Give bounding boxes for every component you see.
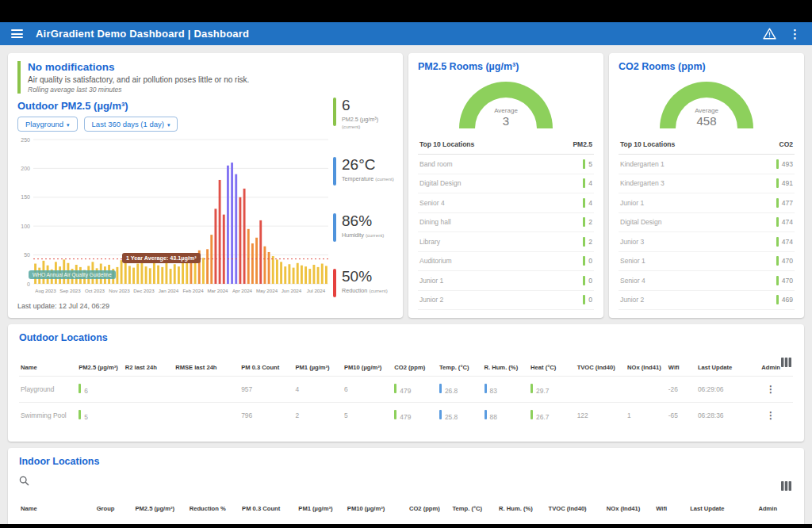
svg-text:Sep 2023: Sep 2023 [59, 288, 81, 293]
list-item: Senior 44 [418, 193, 594, 213]
svg-text:May 2024: May 2024 [256, 288, 278, 293]
svg-text:Jun 2024: Jun 2024 [282, 288, 302, 293]
list-item: Junior 10 [418, 271, 594, 291]
co2-rooms-table-header: Top 10 LocationsCO2 [619, 135, 795, 155]
list-item: Band room5 [418, 155, 594, 174]
list-item: Kindergarten 3491 [619, 174, 795, 194]
range-filter-dropdown[interactable]: Last 360 days (1 day)▾ [84, 117, 178, 132]
metric-bar [333, 98, 336, 126]
svg-text:100: 100 [21, 224, 30, 229]
co2-average-gauge: Average 458 [660, 82, 753, 128]
main-content: No modifications Air quality is satisfac… [0, 45, 812, 524]
svg-text:Jul 2024: Jul 2024 [307, 288, 326, 293]
pm25-rooms-title: PM2.5 Rooms (µg/m³) [418, 61, 594, 72]
outdoor-pm25-card: No modifications Air quality is satisfac… [8, 53, 403, 318]
aqi-status-note: Rolling average last 30 minutes [28, 86, 393, 94]
indoor-locations-card: Indoor Locations Name Gro [8, 448, 804, 524]
list-item: Senior 1470 [619, 252, 795, 272]
outdoor-locations-table: Name PM2.5 (µg/m³) R2 last 24h RMSE last… [19, 359, 793, 428]
list-item: Junior 1477 [619, 193, 795, 213]
table-row: Playground 6 957 4 6 479 26.8 83 29.7 -2 [19, 377, 793, 403]
table-header-row: Name Group PM2.5 (µg/m³) Reduction % PM … [19, 500, 793, 517]
svg-text:0: 0 [27, 281, 30, 287]
metric-bar [333, 269, 336, 297]
svg-text:150: 150 [21, 194, 30, 200]
svg-text:200: 200 [21, 166, 30, 171]
warning-icon[interactable] [763, 28, 776, 40]
row-menu-icon[interactable]: ⋮ [766, 384, 776, 395]
last-update-text: Last update: 12 Jul 24, 06:29 [17, 302, 393, 310]
aqi-status-title: No modifications [28, 61, 393, 73]
svg-text:Apr 2024: Apr 2024 [232, 288, 253, 293]
svg-text:250: 250 [21, 137, 30, 143]
columns-icon[interactable] [781, 481, 791, 491]
svg-text:Oct 2023: Oct 2023 [85, 288, 105, 293]
location-filter-dropdown[interactable]: Playground▾ [17, 117, 78, 132]
list-item: Dining hall2 [418, 213, 594, 233]
svg-text:Mar 2024: Mar 2024 [207, 288, 228, 293]
chevron-down-icon: ▾ [167, 122, 170, 128]
svg-text:Dec 2023: Dec 2023 [133, 288, 155, 293]
who-guideline-badge: WHO Annual Air Quality Guideline [29, 270, 116, 279]
svg-text:Nov 2023: Nov 2023 [109, 288, 130, 293]
list-item: Library2 [418, 232, 594, 252]
columns-icon[interactable] [781, 358, 791, 367]
kebab-menu-icon[interactable]: ⋮ [789, 28, 801, 40]
svg-text:Aug 2023: Aug 2023 [35, 288, 56, 293]
outdoor-locations-title: Outdoor Locations [19, 332, 793, 343]
metric-reduction: 50% Reduction (current) [333, 269, 395, 297]
pm25-average-gauge: Average 3 [459, 82, 553, 128]
co2-rooms-title: CO2 Rooms (ppm) [619, 61, 795, 72]
app-bar: AirGradient Demo Dashboard | Dashboard ⋮ [0, 22, 812, 45]
metric-humidity: 86% Humidity (current) [333, 213, 395, 242]
row-menu-icon[interactable]: ⋮ [766, 410, 776, 421]
aqi-status-subtitle: Air quality is satisfactory, and air pol… [28, 75, 393, 84]
pm25-rooms-table-header: Top 10 LocationsPM2.5 [418, 135, 594, 155]
chevron-down-icon: ▾ [67, 122, 70, 128]
list-item: Kindergarten 1493 [619, 155, 795, 174]
table-row: Swimming Pool 5 796 2 5 479 25.8 88 26.7… [19, 403, 793, 429]
list-item: Auditorium0 [418, 252, 594, 272]
current-metrics: 6 PM2.5 (µg/m³) (current) 26°C Temperatu… [333, 98, 395, 297]
list-item: Digital Design474 [619, 213, 795, 233]
app-bar-actions: ⋮ [763, 28, 801, 40]
svg-text:Jan 2024: Jan 2024 [159, 288, 179, 293]
app-title: AirGradient Demo Dashboard | Dashboard [36, 28, 249, 40]
metric-pm25: 6 PM2.5 (µg/m³) (current) [333, 98, 395, 130]
list-item: Digital Design4 [418, 174, 594, 194]
pm25-rooms-card: PM2.5 Rooms (µg/m³) Average 3 Top 10 Loc… [408, 53, 603, 318]
svg-text:50: 50 [24, 252, 30, 258]
co2-rooms-card: CO2 Rooms (ppm) Average 458 Top 10 Locat… [609, 53, 804, 318]
hamburger-menu-icon[interactable] [11, 29, 23, 38]
list-item: Junior 2469 [619, 291, 795, 311]
aqi-status: No modifications Air quality is satisfac… [17, 61, 393, 94]
list-item: Senior 4470 [619, 271, 795, 291]
outdoor-locations-card: Outdoor Locations Name PM2.5 (µg/m³) R2 … [8, 324, 804, 442]
metric-temperature: 26°C Temperature (current) [333, 157, 395, 186]
list-item: Junior 3474 [619, 232, 795, 252]
chart-area: 050100150200250Aug 2023Sep 2023Oct 2023N… [17, 135, 331, 300]
indoor-locations-table: Name Group PM2.5 (µg/m³) Reduction % PM … [19, 500, 793, 517]
list-item: Junior 20 [418, 291, 594, 311]
average-annotation-badge: 1 Year Average: 43.1µg/m³ [122, 253, 201, 263]
svg-text:Feb 2024: Feb 2024 [182, 288, 204, 293]
search-icon[interactable] [19, 475, 29, 489]
metric-bar [333, 213, 336, 242]
indoor-locations-title: Indoor Locations [19, 456, 793, 467]
metric-bar [333, 157, 336, 186]
table-header-row: Name PM2.5 (µg/m³) R2 last 24h RMSE last… [19, 359, 793, 377]
dashboard-screen: AirGradient Demo Dashboard | Dashboard ⋮… [0, 0, 812, 528]
